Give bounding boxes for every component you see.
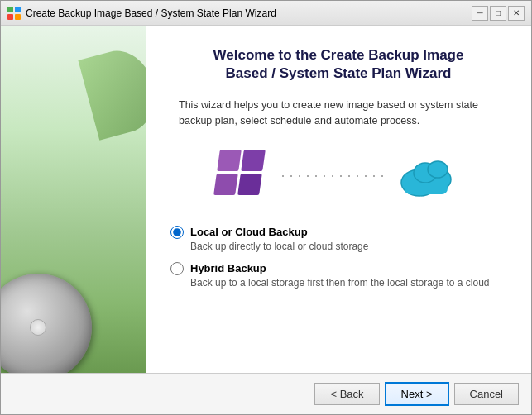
flag-pane-bl [213,174,238,195]
sidebar [1,26,146,373]
wizard-heading-line1: Welcome to the Create Backup Image [213,47,464,63]
option-hybrid: Hybrid Backup Back up to a local storage… [170,262,506,289]
cancel-button[interactable]: Cancel [454,383,519,405]
hybrid-radio[interactable] [170,262,184,275]
next-button[interactable]: Next > [385,382,449,406]
main-panel: Welcome to the Create Backup Image Based… [146,26,531,373]
disc-outer [1,274,92,373]
disc-inner [30,319,46,336]
back-button[interactable]: < Back [314,383,379,405]
svg-rect-8 [405,183,448,194]
svg-point-7 [428,161,448,178]
maximize-button[interactable]: □ [490,6,506,21]
option-hybrid-row: Hybrid Backup [170,262,506,275]
minimize-button[interactable]: ─ [472,6,488,21]
svg-rect-3 [15,14,21,20]
local-cloud-radio[interactable] [170,226,184,239]
title-bar: Create Backup Image Based / System State… [1,1,531,26]
win-flag [213,150,266,195]
hybrid-desc: Back up to a local storage first then fr… [190,277,506,289]
decorative-leaf [78,43,146,140]
options-section: Local or Cloud Backup Back up directly t… [170,226,506,298]
option-local-cloud: Local or Cloud Backup Back up directly t… [170,226,506,252]
app-icon [7,7,21,20]
wizard-window: Create Backup Image Based / System State… [0,0,532,415]
hybrid-label[interactable]: Hybrid Backup [190,262,266,274]
option-local-cloud-row: Local or Cloud Backup [170,226,506,239]
wizard-footer: < Back Next > Cancel [1,373,531,414]
svg-rect-1 [15,7,21,12]
decorative-disc [1,274,92,373]
windows-logo-icon [217,150,271,203]
connector-line [279,175,386,177]
flag-pane-tl [217,150,242,171]
content-area: Welcome to the Create Backup Image Based… [1,26,531,373]
flag-pane-tr [241,150,266,171]
window-title: Create Backup Image Based / System State… [26,7,276,19]
title-bar-controls: ─ □ ✕ [472,6,525,21]
local-cloud-label[interactable]: Local or Cloud Backup [190,226,308,238]
flag-pane-br [237,174,262,195]
wizard-heading: Welcome to the Create Backup Image Based… [170,46,506,83]
svg-rect-2 [7,14,13,20]
svg-rect-0 [7,7,13,12]
title-bar-left: Create Backup Image Based / System State… [7,7,276,20]
cloud-icon [395,151,461,201]
close-button[interactable]: ✕ [508,6,525,21]
local-cloud-desc: Back up directly to local or cloud stora… [190,241,506,252]
wizard-heading-line2: Based / System State Plan Wizard [226,65,452,81]
wizard-description: This wizard helps you to create new imag… [179,98,506,129]
icons-row [170,150,506,203]
